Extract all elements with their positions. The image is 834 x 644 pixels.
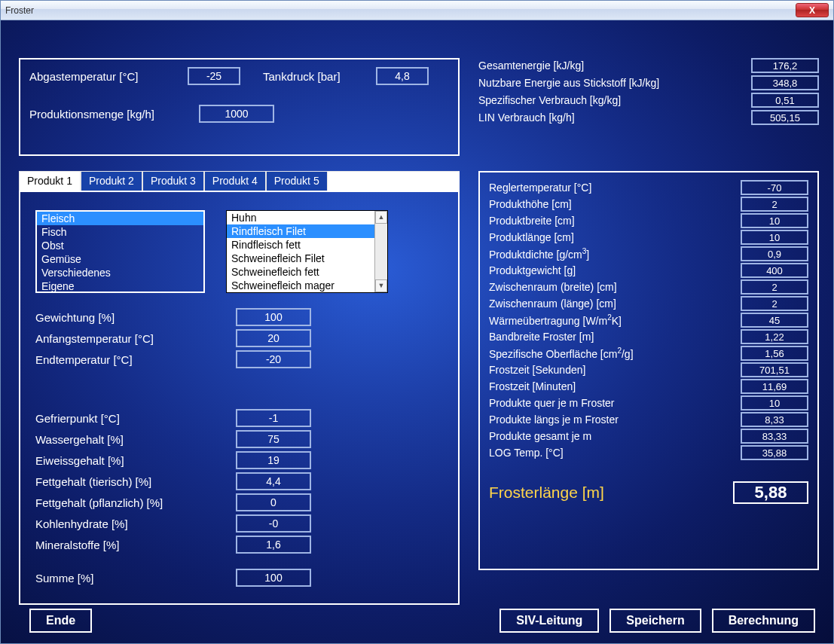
prodparam-row: Anfangstemperatur [°C] (35, 329, 443, 347)
prodparam-input[interactable] (236, 329, 311, 347)
client-area: Abgastemperatur [°C] Tankdruck [bar] Pro… (1, 20, 833, 643)
regler-output[interactable] (741, 412, 808, 427)
regler-row: Produktdichte [g/cm3] (489, 246, 808, 261)
subitem[interactable]: Schweinefleich fett (227, 265, 387, 279)
app-window: Froster X Abgastemperatur [°C] Tankdruck… (0, 0, 834, 644)
sum-label: Summe [%] (35, 572, 236, 584)
regler-row: Produkte gesamt je m (489, 429, 808, 444)
regler-output[interactable] (741, 346, 808, 361)
composition-label: Fettgehalt (tierisch) [%] (35, 475, 236, 488)
composition-row: Mineralstoffe [%] (35, 536, 443, 554)
regler-label: Frostzeit [Sekunden] (489, 364, 741, 376)
regler-label: Spezifische Oberfläche [cm2/g] (489, 346, 741, 360)
prodparam-label: Anfangstemperatur [°C] (35, 332, 236, 345)
tab-produkt-4[interactable]: Produkt 4 (204, 171, 266, 191)
composition-input[interactable] (236, 451, 311, 469)
prodparam-row: Endtemperatur [°C] (35, 350, 443, 368)
regler-output[interactable] (741, 329, 808, 344)
subitem[interactable]: Rindfleisch Filet (227, 224, 387, 238)
category-listbox[interactable]: FleischFischObstGemüseVerschiedenesEigen… (35, 210, 205, 293)
composition-label: Wassergehalt [%] (35, 433, 236, 446)
category-item[interactable]: Eigene (37, 279, 203, 293)
category-item[interactable]: Verschiedenes (37, 266, 203, 279)
energy-panel: Gesamtenergie [kJ/kg]Nutzbare Energie au… (478, 58, 819, 142)
subitem-listbox[interactable]: HuhnRindfleisch FiletRindfleisch fettSch… (226, 210, 388, 293)
subitem[interactable]: Schweinefleich mager (227, 279, 387, 292)
prodparam-input[interactable] (236, 350, 311, 368)
tank-pressure-label: Tankdruck [bar] (263, 70, 376, 83)
energy-output (751, 75, 819, 90)
composition-input[interactable] (236, 536, 311, 554)
regler-row: Produkte quer je m Froster (489, 395, 808, 411)
regler-output[interactable] (741, 429, 808, 444)
composition-input[interactable] (236, 430, 311, 448)
regler-output[interactable] (741, 197, 808, 212)
regler-output[interactable] (741, 279, 808, 295)
composition-input[interactable] (236, 493, 311, 511)
subitem[interactable]: Huhn (227, 211, 387, 224)
composition-label: Fettgehalt (pflanzlich) [%] (35, 496, 236, 509)
composition-input[interactable] (236, 472, 311, 490)
tab-produkt-3[interactable]: Produkt 3 (142, 171, 204, 191)
composition-row: Kohlenhydrate [%] (35, 514, 443, 533)
result-row: Frosterlänge [m] (489, 481, 808, 504)
category-item[interactable]: Gemüse (37, 252, 203, 266)
scroll-up-button[interactable]: ▲ (375, 211, 387, 224)
composition-label: Eiweissgehalt [%] (35, 454, 236, 467)
save-button[interactable]: Speichern (609, 609, 701, 633)
tab-produkt-2[interactable]: Produkt 2 (81, 171, 142, 191)
regler-output[interactable] (741, 263, 808, 278)
regler-label: LOG Temp. [°C] (489, 447, 741, 459)
category-item[interactable]: Obst (37, 239, 203, 252)
composition-input[interactable] (236, 514, 311, 533)
exhaust-temp-input[interactable] (188, 67, 240, 85)
composition-input[interactable] (236, 409, 311, 427)
regler-output[interactable] (741, 445, 808, 460)
froster-length-label: Frosterlänge [m] (489, 484, 733, 502)
category-item[interactable]: Fleisch (37, 212, 203, 225)
composition-label: Kohlenhydrate [%] (35, 517, 236, 530)
energy-label: LIN Verbrauch [kg/h] (478, 111, 751, 124)
energy-output (751, 58, 819, 73)
regler-output[interactable] (741, 313, 808, 328)
tank-pressure-input[interactable] (376, 67, 429, 85)
regler-label: Reglertemperatur [°C] (489, 182, 741, 194)
subitem[interactable]: Rindfleisch fett (227, 238, 387, 252)
regler-output[interactable] (741, 246, 808, 261)
regler-label: Produkte längs je m Froster (489, 414, 741, 426)
froster-length-output (733, 481, 808, 504)
product-params: Gewichtung [%]Anfangstemperatur [°C]Endt… (35, 308, 443, 368)
regler-row: Produkthöhe [cm] (489, 197, 808, 212)
product-tabs: Produkt 1Produkt 2Produkt 3Produkt 4Prod… (19, 171, 460, 191)
tab-produkt-5[interactable]: Produkt 5 (266, 171, 328, 191)
siv-button[interactable]: SIV-Leitung (499, 609, 599, 633)
category-item[interactable]: Fisch (37, 225, 203, 239)
regler-output[interactable] (741, 180, 808, 195)
energy-label: Spezifischer Verbrauch [kg/kg] (478, 94, 751, 106)
scrollbar[interactable]: ▲ ▼ (374, 211, 387, 292)
scroll-down-button[interactable]: ▼ (375, 279, 387, 292)
regler-row: Frostzeit [Minuten] (489, 379, 808, 394)
composition-params: Gefrierpunkt [°C]Wassergehalt [%]Eiweiss… (35, 409, 443, 554)
ende-button[interactable]: Ende (29, 609, 92, 633)
regler-output[interactable] (741, 395, 808, 411)
energy-row: Nutzbare Energie aus Stickstoff [kJ/kg] (478, 75, 819, 90)
regler-output[interactable] (741, 379, 808, 394)
regler-label: Produktlänge [cm] (489, 231, 741, 243)
subitem[interactable]: Schweinefleich Filet (227, 252, 387, 265)
tab-produkt-1[interactable]: Produkt 1 (19, 171, 81, 191)
regler-output[interactable] (741, 230, 808, 245)
calc-button[interactable]: Berechnung (712, 609, 815, 633)
regler-output[interactable] (741, 296, 808, 311)
prodparam-label: Endtemperatur [°C] (35, 353, 236, 366)
production-qty-input[interactable] (199, 105, 274, 123)
regler-label: Zwischenraum (länge) [cm] (489, 298, 741, 310)
regler-label: Produkte gesamt je m (489, 430, 741, 442)
regler-output[interactable] (741, 362, 808, 377)
close-button[interactable]: X (796, 3, 829, 17)
regler-label: Zwischenraum (breite) [cm] (489, 281, 741, 293)
titlebar: Froster X (1, 1, 833, 20)
prodparam-input[interactable] (236, 308, 311, 326)
regler-output[interactable] (741, 213, 808, 228)
regler-row: Produktgewicht [g] (489, 263, 808, 278)
